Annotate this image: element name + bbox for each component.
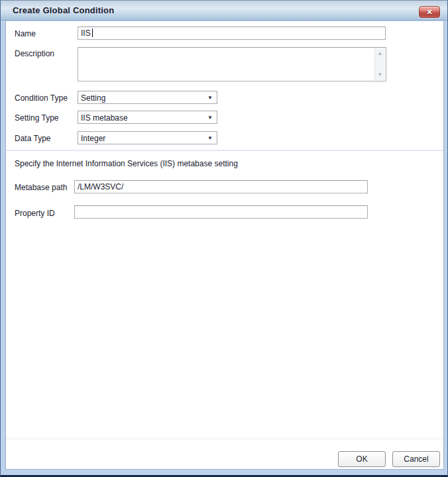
dialog-body: Name Description ▲ ▼ Condition Type Sett… bbox=[5, 21, 444, 470]
condition-type-value: Setting bbox=[81, 93, 105, 103]
setting-type-value: IIS metabase bbox=[81, 113, 128, 123]
data-type-label: Data Type bbox=[15, 134, 50, 143]
metabase-section-heading: Specify the Internet Information Service… bbox=[15, 159, 238, 168]
data-type-value: Integer bbox=[81, 134, 105, 143]
description-scrollbar[interactable]: ▲ ▼ bbox=[374, 48, 385, 80]
chevron-down-icon: ▼ bbox=[207, 115, 213, 121]
close-icon: ✕ bbox=[420, 7, 439, 17]
scroll-up-icon[interactable]: ▲ bbox=[375, 49, 385, 58]
close-button[interactable]: ✕ bbox=[419, 6, 440, 18]
ok-button[interactable]: OK bbox=[338, 451, 386, 467]
description-input[interactable]: ▲ ▼ bbox=[78, 47, 386, 81]
setting-type-dropdown[interactable]: IIS metabase ▼ bbox=[78, 111, 217, 124]
name-input[interactable] bbox=[78, 26, 386, 40]
setting-type-label: Setting Type bbox=[15, 113, 59, 123]
metabase-path-label: Metabase path bbox=[15, 183, 67, 192]
scroll-down-icon[interactable]: ▼ bbox=[375, 70, 385, 80]
chevron-down-icon: ▼ bbox=[207, 135, 213, 142]
cancel-button[interactable]: Cancel bbox=[392, 451, 440, 467]
chevron-down-icon: ▼ bbox=[207, 95, 213, 101]
text-caret bbox=[92, 28, 93, 37]
titlebar[interactable]: Create Global Condition ✕ bbox=[1, 1, 447, 21]
window-title: Create Global Condition bbox=[13, 5, 114, 15]
metabase-path-input[interactable] bbox=[74, 180, 368, 193]
property-id-input[interactable] bbox=[74, 205, 368, 219]
condition-type-dropdown[interactable]: Setting ▼ bbox=[78, 91, 217, 104]
create-global-condition-dialog: Create Global Condition ✕ Name Descripti… bbox=[0, 0, 448, 477]
description-label: Description bbox=[15, 49, 54, 58]
section-divider bbox=[6, 150, 443, 151]
footer-divider bbox=[6, 439, 443, 439]
condition-type-label: Condition Type bbox=[15, 93, 68, 103]
name-label: Name bbox=[15, 29, 36, 38]
property-id-label: Property ID bbox=[15, 209, 55, 218]
data-type-dropdown[interactable]: Integer ▼ bbox=[78, 131, 217, 144]
